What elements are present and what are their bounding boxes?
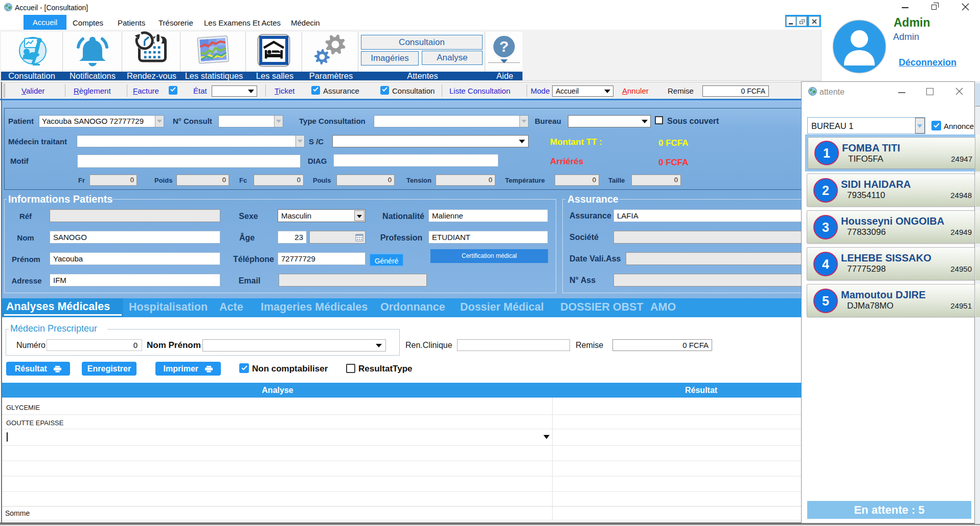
svg-text:?: ? xyxy=(499,38,509,55)
